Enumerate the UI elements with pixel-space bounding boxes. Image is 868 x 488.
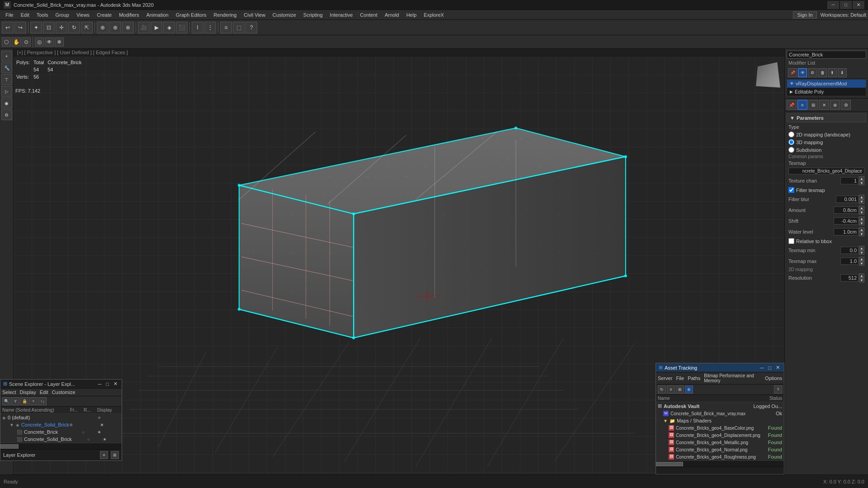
at-minimize-button[interactable]: ─ [759, 365, 765, 371]
pin-modifier-button[interactable]: 📌 [788, 68, 797, 77]
relative-bbox-row[interactable]: Relative to bbox [787, 237, 866, 245]
filter-blur-up[interactable]: ▲ [859, 195, 864, 199]
grid-icon-button[interactable]: ⊞ [808, 100, 818, 110]
render-button[interactable]: ▶ [151, 22, 162, 33]
se-menu-customize[interactable]: Customize [52, 389, 75, 395]
select-region-button[interactable]: ⊡ [43, 22, 55, 33]
at-menu-options[interactable]: Options [765, 375, 782, 381]
minimize-button[interactable]: ─ [827, 1, 839, 9]
texmap-max-down[interactable]: ▼ [859, 261, 864, 266]
menu-animation[interactable]: Animation [143, 11, 172, 19]
menu-interactive[interactable]: Interactive [326, 11, 357, 19]
amount-down[interactable]: ▼ [859, 210, 864, 215]
display-tab[interactable]: ◉ [1, 98, 12, 108]
filter-blur-down[interactable]: ▼ [859, 199, 864, 204]
shift-up[interactable]: ▲ [859, 216, 864, 221]
resolution-input[interactable] [840, 274, 859, 282]
menu-edit[interactable]: Edit [17, 11, 33, 19]
at-menu-server[interactable]: Server [658, 375, 672, 381]
snap-button[interactable]: ⊕ [97, 22, 108, 33]
se-footer-list-btn[interactable]: ≡ [100, 451, 108, 459]
menu-views[interactable]: Views [73, 11, 93, 19]
modifier-name-input[interactable] [787, 51, 866, 59]
texmap-min-down[interactable]: ▼ [859, 250, 864, 255]
menu-arnold[interactable]: Arnold [381, 11, 403, 19]
list-item[interactable]: ⬛ Concrete_Brick ○ ☀ [0, 428, 122, 436]
list-item[interactable]: 🖼 Concrete_Bricks_geo4_Roughness.png Fou… [656, 453, 784, 460]
se-maximize-button[interactable]: □ [104, 381, 110, 387]
at-menu-paths[interactable]: Paths [688, 375, 700, 381]
menu-modifiers[interactable]: Modifiers [115, 11, 143, 19]
relative-bbox-checkbox[interactable] [788, 238, 794, 244]
rotate-button[interactable]: ↻ [68, 22, 80, 33]
at-help-button[interactable]: ? [774, 385, 782, 394]
texmap-min-input[interactable] [840, 247, 859, 254]
select-button[interactable]: ✦ [30, 22, 42, 33]
at-menu-bitmap-performance[interactable]: Bitmap Performance and Memory [704, 373, 761, 383]
configure-button[interactable]: ⚙ [808, 68, 817, 77]
config-icon-button[interactable]: ⚙ [841, 100, 851, 110]
at-list-button[interactable]: ≡ [667, 385, 675, 394]
menu-explorex[interactable]: ExploreX [420, 11, 448, 19]
water-level-input[interactable] [834, 228, 859, 235]
list-icon-button[interactable]: ≡ [797, 100, 807, 110]
se-menu-select[interactable]: Select [2, 389, 16, 395]
se-filter-button[interactable]: Y [11, 397, 19, 405]
ribbon-button[interactable]: ⬚ [233, 22, 245, 33]
at-refresh-button[interactable]: ↻ [658, 385, 666, 394]
texture-chan-up[interactable]: ▲ [859, 176, 864, 181]
modifier-item-vray-displacement[interactable]: 👁 vRayDisplacementMod [787, 80, 866, 88]
texmap-min-up[interactable]: ▲ [859, 246, 864, 250]
list-item[interactable]: ▼ ◈ Concrete_Solid_Brick ❄ ☀ [0, 421, 122, 428]
modify-tab[interactable]: 🔧 [1, 62, 12, 73]
menu-create[interactable]: Create [93, 11, 115, 19]
menu-tools[interactable]: Tools [33, 11, 52, 19]
pin-icon-button[interactable]: 📌 [787, 100, 797, 110]
isolate-button[interactable]: ◎ [35, 38, 44, 47]
schematic-view-button[interactable]: ⋮ [204, 22, 216, 33]
view-cube-gizmo[interactable] [753, 61, 780, 88]
undo-button[interactable]: ↩ [2, 22, 14, 33]
menu-graph-editors[interactable]: Graph Editors [172, 11, 210, 19]
delete-icon-button[interactable]: ✕ [819, 100, 829, 110]
move-down-button[interactable]: ⬇ [838, 68, 847, 77]
at-grid-button[interactable]: ⊞ [676, 385, 684, 394]
amount-up[interactable]: ▲ [859, 206, 864, 210]
se-horizontal-scrollbar[interactable] [0, 443, 122, 449]
se-lock-button[interactable]: 🔒 [20, 397, 28, 405]
create-tab[interactable]: + [1, 51, 12, 61]
list-item[interactable]: 🖼 Concrete_Bricks_geo4_BaseColor.png Fou… [656, 424, 784, 432]
at-menu-file[interactable]: File [676, 375, 684, 381]
orbit-button[interactable]: ⊙ [22, 38, 31, 47]
se-search-button[interactable]: 🔍 [2, 397, 10, 405]
layer-manager-button[interactable]: ≡ [220, 22, 232, 33]
texture-chan-input[interactable] [840, 177, 859, 184]
hierarchy-tab[interactable]: ⊤ [1, 74, 12, 85]
se-footer-filter-btn[interactable]: ⊞ [111, 451, 119, 459]
se-delete-button[interactable]: ↑↓ [38, 397, 47, 405]
copy-icon-button[interactable]: ⊕ [830, 100, 840, 110]
list-item[interactable]: ⬛ Concrete_Solid_Brick ○ ☀ [0, 436, 122, 443]
texture-chan-down[interactable]: ▼ [859, 181, 864, 185]
menu-content[interactable]: Content [356, 11, 381, 19]
list-item[interactable]: ⊞ Autodesk Vault Logged Ou... [656, 402, 784, 410]
type-2d-option[interactable]: 2D mapping (landscape) [787, 131, 866, 138]
texmap-value[interactable]: ncrete_Bricks_geo4_Displace [788, 168, 864, 174]
se-close-button[interactable]: ✕ [112, 381, 119, 387]
resolution-up[interactable]: ▲ [859, 273, 864, 278]
pan-button[interactable]: ✋ [12, 38, 21, 47]
help-button[interactable]: ? [245, 22, 257, 33]
list-item[interactable]: 🖼 Concrete_Bricks_geo4_Displacement.png … [656, 432, 784, 439]
render-frame-button[interactable]: ⬛ [176, 22, 188, 33]
snap2-button[interactable]: ⊕ [109, 22, 121, 33]
se-menu-display[interactable]: Display [20, 389, 36, 395]
at-scrollbar-thumb[interactable] [656, 462, 683, 466]
menu-help[interactable]: Help [403, 11, 420, 19]
type-subdivision-radio[interactable] [788, 147, 794, 153]
delete-modifier-button[interactable]: 🗑 [818, 68, 827, 77]
list-item[interactable]: ◈ 0 (default) ☀ [0, 414, 122, 421]
maximize-button[interactable]: □ [840, 1, 852, 9]
at-active-button[interactable]: ⊕ [685, 385, 693, 394]
texmap-max-up[interactable]: ▲ [859, 257, 864, 261]
list-item[interactable]: ▼ 📁 Maps / Shaders [656, 417, 784, 424]
